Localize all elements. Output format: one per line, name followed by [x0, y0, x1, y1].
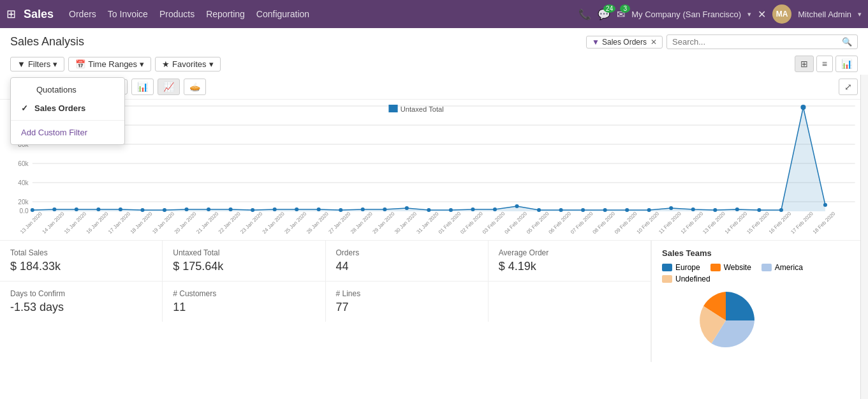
svg-point-21	[163, 208, 166, 212]
undefined-label: Undefined	[675, 275, 710, 283]
svg-point-16	[52, 207, 56, 211]
untaxed-total-value: $ 175.64k	[173, 260, 314, 273]
svg-point-37	[515, 204, 519, 208]
svg-point-23	[207, 207, 210, 211]
filters-label: Filters	[28, 59, 50, 69]
svg-point-50	[800, 105, 805, 110]
svg-text:0.0: 0.0	[20, 207, 29, 215]
europe-label: Europe	[675, 263, 700, 272]
svg-point-20	[140, 208, 144, 212]
svg-text:19 Jan 2020: 19 Jan 2020	[151, 211, 175, 235]
chat-icon[interactable]: 💬 24	[598, 8, 610, 20]
search-icon[interactable]: 🔍	[842, 37, 852, 47]
line-chart-button[interactable]: 📈	[158, 79, 180, 95]
stat-avg-order: Average Order $ 4.19k	[489, 241, 651, 281]
website-label: Website	[724, 263, 751, 272]
svg-text:09 Feb 2020: 09 Feb 2020	[614, 211, 638, 235]
svg-text:15 Jan 2020: 15 Jan 2020	[63, 211, 87, 235]
main-content: Measures ▾ ≡ Group By ▾ 📊 📈 🥧 ⤢	[0, 75, 868, 399]
svg-rect-13	[388, 105, 397, 112]
user-caret[interactable]: ▾	[858, 10, 862, 19]
svg-point-17	[75, 207, 78, 211]
svg-text:16 Feb 2020: 16 Feb 2020	[768, 211, 793, 235]
page-header: Sales Analysis ▼ Sales Orders ✕ 🔍	[0, 28, 868, 53]
filter-funnel-icon: ▼	[17, 59, 26, 69]
nav-links: Orders To Invoice Products Reporting Con…	[69, 6, 578, 22]
svg-point-33	[427, 208, 430, 212]
bar-view-button[interactable]: 📊	[835, 56, 858, 72]
page: Sales Analysis ▼ Sales Orders ✕ 🔍 ▼ Filt…	[0, 28, 868, 399]
search-input[interactable]	[672, 37, 842, 47]
svg-text:06 Feb 2020: 06 Feb 2020	[547, 211, 572, 235]
nav-to-invoice[interactable]: To Invoice	[108, 6, 148, 22]
legend-undefined: Undefined	[662, 275, 710, 283]
nav-configuration[interactable]: Configuration	[256, 6, 309, 22]
phone-icon[interactable]: 📞	[578, 8, 591, 20]
svg-text:31 Jan 2020: 31 Jan 2020	[416, 211, 440, 235]
stats-area: Total Sales $ 184.33k Untaxed Total $ 17…	[0, 240, 868, 362]
svg-text:20 Jan 2020: 20 Jan 2020	[173, 211, 198, 235]
company-caret[interactable]: ▾	[747, 10, 751, 19]
grid-icon[interactable]: ⊞	[6, 7, 16, 21]
svg-text:22 Jan 2020: 22 Jan 2020	[217, 211, 242, 235]
quotations-label: Quotations	[36, 85, 77, 94]
svg-point-22	[184, 207, 188, 211]
svg-text:26 Jan 2020: 26 Jan 2020	[305, 211, 330, 235]
svg-text:28 Jan 2020: 28 Jan 2020	[349, 211, 374, 235]
filter-tag-close[interactable]: ✕	[651, 38, 657, 47]
svg-text:08 Feb 2020: 08 Feb 2020	[592, 211, 617, 235]
svg-point-43	[647, 208, 651, 212]
svg-text:14 Feb 2020: 14 Feb 2020	[724, 211, 749, 235]
time-ranges-button[interactable]: 📅 Time Ranges ▾	[68, 57, 151, 72]
svg-point-34	[449, 208, 453, 212]
bar-chart-button[interactable]: 📊	[131, 79, 154, 95]
svg-point-51	[823, 203, 827, 207]
message-icon[interactable]: ✉ 3	[617, 8, 625, 20]
svg-point-15	[31, 208, 34, 212]
svg-point-25	[251, 208, 254, 212]
close-icon[interactable]: ✕	[758, 8, 766, 20]
svg-text:20k: 20k	[18, 199, 29, 206]
svg-text:29 Jan 2020: 29 Jan 2020	[372, 211, 396, 235]
filter-dropdown: Quotations Sales Orders Add Custom Filte…	[10, 77, 125, 145]
svg-text:17 Feb 2020: 17 Feb 2020	[790, 211, 814, 235]
favorites-button[interactable]: ★ Favorites ▾	[155, 57, 220, 72]
avg-order-value: $ 4.19k	[499, 260, 640, 273]
svg-text:24 Jan 2020: 24 Jan 2020	[261, 211, 286, 235]
orders-value: 44	[336, 260, 478, 273]
america-dot	[761, 264, 772, 271]
expand-button[interactable]: ⤢	[839, 79, 858, 95]
nav-reporting[interactable]: Reporting	[206, 6, 245, 22]
legend-europe: Europe	[662, 263, 700, 272]
page-title: Sales Analysis	[10, 35, 84, 49]
svg-text:15 Feb 2020: 15 Feb 2020	[746, 211, 770, 235]
chart-svg: 120k 100k 80k 60k 40k 20k 0.0 Untaxed To…	[0, 100, 868, 240]
company-selector[interactable]: My Company (San Francisco)	[631, 10, 741, 19]
svg-text:01 Feb 2020: 01 Feb 2020	[438, 211, 462, 235]
svg-point-18	[96, 207, 100, 211]
untaxed-total-label: Untaxed Total	[173, 248, 314, 257]
search-input-wrap: 🔍	[666, 34, 858, 49]
stat-orders: Orders 44	[326, 241, 489, 281]
svg-text:Untaxed Total: Untaxed Total	[401, 105, 444, 113]
svg-point-41	[603, 208, 607, 212]
filters-button[interactable]: ▼ Filters ▾	[10, 57, 64, 72]
svg-text:12 Feb 2020: 12 Feb 2020	[680, 211, 705, 235]
list-view-button[interactable]: ≡	[816, 56, 833, 72]
user-name[interactable]: Mitchell Admin	[798, 10, 851, 19]
calendar-icon: 📅	[75, 59, 85, 69]
scrollbar[interactable]	[860, 75, 868, 399]
add-custom-filter[interactable]: Add Custom Filter	[11, 123, 124, 142]
dropdown-sales-orders[interactable]: Sales Orders	[11, 99, 124, 117]
filter-tag[interactable]: ▼ Sales Orders ✕	[586, 36, 663, 49]
undefined-dot	[662, 275, 672, 283]
pivot-view-button[interactable]: ⊞	[795, 56, 814, 72]
stat-placeholder	[489, 282, 651, 322]
nav-orders[interactable]: Orders	[69, 6, 96, 22]
filter-tag-icon: ▼	[592, 38, 600, 47]
pie-chart-button[interactable]: 🥧	[184, 79, 206, 95]
svg-point-27	[295, 207, 298, 211]
avatar[interactable]: MA	[772, 4, 791, 24]
nav-products[interactable]: Products	[159, 6, 195, 22]
dropdown-quotations[interactable]: Quotations	[11, 80, 124, 99]
